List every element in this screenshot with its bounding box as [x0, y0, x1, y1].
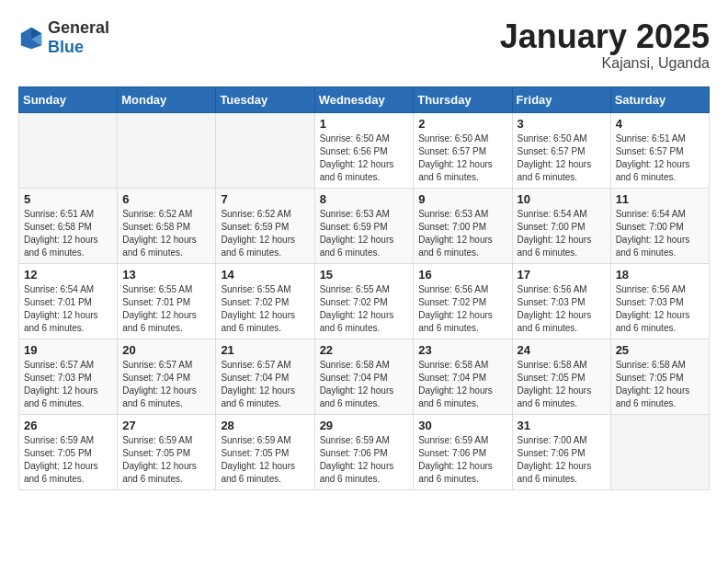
calendar-cell: [118, 112, 216, 188]
weekday-header-monday: Monday: [118, 86, 216, 112]
week-row-4: 19Sunrise: 6:57 AM Sunset: 7:03 PM Dayli…: [19, 339, 710, 414]
day-info: Sunrise: 6:58 AM Sunset: 7:04 PM Dayligh…: [320, 359, 409, 410]
weekday-header-wednesday: Wednesday: [314, 86, 414, 112]
day-info: Sunrise: 7:00 AM Sunset: 7:06 PM Dayligh…: [518, 434, 606, 486]
calendar-cell: 14Sunrise: 6:55 AM Sunset: 7:02 PM Dayli…: [216, 263, 314, 339]
day-number: 22: [320, 343, 409, 357]
calendar-cell: 23Sunrise: 6:58 AM Sunset: 7:04 PM Dayli…: [414, 339, 512, 414]
calendar-cell: 3Sunrise: 6:50 AM Sunset: 6:57 PM Daylig…: [512, 112, 610, 188]
day-number: 7: [221, 192, 309, 206]
calendar-cell: 25Sunrise: 6:58 AM Sunset: 7:05 PM Dayli…: [610, 339, 709, 414]
calendar-cell: 7Sunrise: 6:52 AM Sunset: 6:59 PM Daylig…: [216, 188, 314, 263]
day-number: 11: [616, 192, 704, 206]
day-number: 20: [122, 343, 210, 357]
day-number: 25: [616, 343, 704, 357]
day-number: 2: [418, 117, 506, 131]
calendar-cell: 20Sunrise: 6:57 AM Sunset: 7:04 PM Dayli…: [118, 339, 216, 414]
location-title: Kajansi, Uganda: [500, 55, 710, 72]
calendar-cell: 24Sunrise: 6:58 AM Sunset: 7:05 PM Dayli…: [512, 339, 610, 414]
calendar-cell: 15Sunrise: 6:55 AM Sunset: 7:02 PM Dayli…: [314, 263, 414, 339]
calendar-cell: 17Sunrise: 6:56 AM Sunset: 7:03 PM Dayli…: [512, 263, 610, 339]
calendar-cell: 9Sunrise: 6:53 AM Sunset: 7:00 PM Daylig…: [414, 188, 512, 263]
calendar-table: SundayMondayTuesdayWednesdayThursdayFrid…: [18, 86, 710, 490]
logo-text: General Blue: [48, 18, 109, 57]
day-info: Sunrise: 6:55 AM Sunset: 7:02 PM Dayligh…: [221, 283, 309, 335]
day-number: 27: [122, 419, 210, 432]
day-info: Sunrise: 6:56 AM Sunset: 7:02 PM Dayligh…: [418, 283, 506, 335]
day-info: Sunrise: 6:59 AM Sunset: 7:06 PM Dayligh…: [320, 434, 409, 486]
day-info: Sunrise: 6:57 AM Sunset: 7:03 PM Dayligh…: [24, 359, 112, 410]
day-info: Sunrise: 6:58 AM Sunset: 7:04 PM Dayligh…: [418, 359, 506, 410]
week-row-3: 12Sunrise: 6:54 AM Sunset: 7:01 PM Dayli…: [19, 263, 710, 339]
day-info: Sunrise: 6:50 AM Sunset: 6:57 PM Dayligh…: [418, 132, 506, 184]
day-info: Sunrise: 6:52 AM Sunset: 6:58 PM Dayligh…: [122, 208, 210, 259]
day-number: 4: [616, 117, 704, 131]
day-number: 10: [518, 192, 606, 206]
day-info: Sunrise: 6:51 AM Sunset: 6:57 PM Dayligh…: [616, 132, 704, 184]
week-row-1: 1Sunrise: 6:50 AM Sunset: 6:56 PM Daylig…: [19, 112, 710, 188]
day-number: 18: [616, 268, 704, 282]
day-info: Sunrise: 6:50 AM Sunset: 6:56 PM Dayligh…: [320, 132, 409, 184]
calendar-cell: 8Sunrise: 6:53 AM Sunset: 6:59 PM Daylig…: [314, 188, 414, 263]
day-number: 5: [24, 192, 112, 206]
weekday-header-row: SundayMondayTuesdayWednesdayThursdayFrid…: [19, 86, 710, 112]
day-number: 15: [320, 268, 409, 282]
weekday-header-friday: Friday: [512, 86, 610, 112]
day-number: 19: [24, 343, 112, 357]
logo-blue: Blue: [48, 38, 84, 56]
calendar-cell: [19, 112, 118, 188]
calendar-cell: 29Sunrise: 6:59 AM Sunset: 7:06 PM Dayli…: [314, 414, 414, 489]
day-number: 30: [418, 419, 506, 432]
day-number: 31: [518, 419, 606, 432]
day-number: 9: [418, 192, 506, 206]
day-info: Sunrise: 6:53 AM Sunset: 6:59 PM Dayligh…: [320, 208, 409, 259]
calendar-cell: 1Sunrise: 6:50 AM Sunset: 6:56 PM Daylig…: [314, 112, 414, 188]
calendar-cell: 19Sunrise: 6:57 AM Sunset: 7:03 PM Dayli…: [19, 339, 118, 414]
calendar-cell: 18Sunrise: 6:56 AM Sunset: 7:03 PM Dayli…: [610, 263, 709, 339]
title-block: January 2025 Kajansi, Uganda: [500, 18, 710, 72]
calendar-cell: 28Sunrise: 6:59 AM Sunset: 7:05 PM Dayli…: [216, 414, 314, 489]
day-number: 8: [320, 192, 409, 206]
day-info: Sunrise: 6:56 AM Sunset: 7:03 PM Dayligh…: [518, 283, 606, 335]
day-info: Sunrise: 6:59 AM Sunset: 7:05 PM Dayligh…: [221, 434, 309, 486]
day-number: 26: [24, 419, 112, 432]
calendar-cell: 12Sunrise: 6:54 AM Sunset: 7:01 PM Dayli…: [19, 263, 118, 339]
week-row-2: 5Sunrise: 6:51 AM Sunset: 6:58 PM Daylig…: [19, 188, 710, 263]
calendar-cell: 22Sunrise: 6:58 AM Sunset: 7:04 PM Dayli…: [314, 339, 414, 414]
day-number: 24: [518, 343, 606, 357]
day-info: Sunrise: 6:55 AM Sunset: 7:02 PM Dayligh…: [320, 283, 409, 335]
calendar-cell: 5Sunrise: 6:51 AM Sunset: 6:58 PM Daylig…: [19, 188, 118, 263]
calendar-cell: 30Sunrise: 6:59 AM Sunset: 7:06 PM Dayli…: [414, 414, 512, 489]
day-info: Sunrise: 6:56 AM Sunset: 7:03 PM Dayligh…: [616, 283, 704, 335]
day-number: 1: [320, 117, 409, 131]
calendar-cell: 16Sunrise: 6:56 AM Sunset: 7:02 PM Dayli…: [414, 263, 512, 339]
calendar-cell: [610, 414, 709, 489]
weekday-header-saturday: Saturday: [610, 86, 709, 112]
day-info: Sunrise: 6:54 AM Sunset: 7:00 PM Dayligh…: [518, 208, 606, 259]
calendar-cell: 26Sunrise: 6:59 AM Sunset: 7:05 PM Dayli…: [19, 414, 118, 489]
day-info: Sunrise: 6:58 AM Sunset: 7:05 PM Dayligh…: [518, 359, 606, 410]
day-info: Sunrise: 6:50 AM Sunset: 6:57 PM Dayligh…: [518, 132, 606, 184]
weekday-header-thursday: Thursday: [414, 86, 512, 112]
day-number: 28: [221, 419, 309, 432]
day-number: 13: [122, 268, 210, 282]
logo-general: General: [48, 18, 109, 37]
day-number: 16: [418, 268, 506, 282]
day-info: Sunrise: 6:59 AM Sunset: 7:05 PM Dayligh…: [122, 434, 210, 486]
day-info: Sunrise: 6:53 AM Sunset: 7:00 PM Dayligh…: [418, 208, 506, 259]
calendar-cell: 21Sunrise: 6:57 AM Sunset: 7:04 PM Dayli…: [216, 339, 314, 414]
calendar-cell: 10Sunrise: 6:54 AM Sunset: 7:00 PM Dayli…: [512, 188, 610, 263]
day-info: Sunrise: 6:54 AM Sunset: 7:00 PM Dayligh…: [616, 208, 704, 259]
logo-icon: [18, 25, 44, 51]
calendar-cell: 6Sunrise: 6:52 AM Sunset: 6:58 PM Daylig…: [118, 188, 216, 263]
month-title: January 2025: [500, 18, 710, 55]
day-number: 6: [122, 192, 210, 206]
calendar-cell: 2Sunrise: 6:50 AM Sunset: 6:57 PM Daylig…: [414, 112, 512, 188]
day-info: Sunrise: 6:57 AM Sunset: 7:04 PM Dayligh…: [221, 359, 309, 410]
calendar-cell: 27Sunrise: 6:59 AM Sunset: 7:05 PM Dayli…: [118, 414, 216, 489]
day-info: Sunrise: 6:59 AM Sunset: 7:06 PM Dayligh…: [418, 434, 506, 486]
day-number: 17: [518, 268, 606, 282]
calendar-cell: 11Sunrise: 6:54 AM Sunset: 7:00 PM Dayli…: [610, 188, 709, 263]
day-number: 3: [518, 117, 606, 131]
day-info: Sunrise: 6:51 AM Sunset: 6:58 PM Dayligh…: [24, 208, 112, 259]
